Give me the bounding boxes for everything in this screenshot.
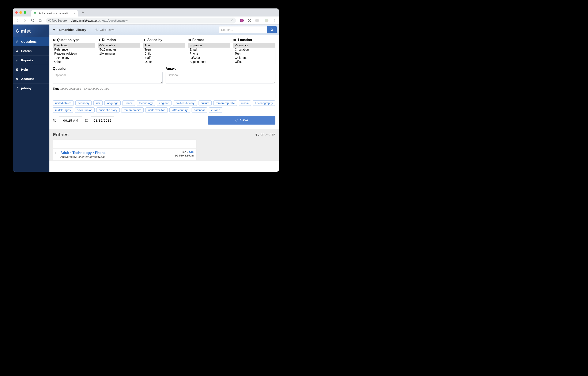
- sidebar-item-reports[interactable]: Reports›: [13, 55, 49, 65]
- sidebar-item-search[interactable]: Search: [13, 46, 49, 55]
- option[interactable]: Child: [143, 52, 185, 56]
- entry-checkbox[interactable]: [55, 152, 58, 154]
- option[interactable]: Teen: [143, 48, 185, 52]
- listbox-format[interactable]: In personEmailPhoneIM/ChatAppointment: [188, 43, 231, 64]
- option[interactable]: In person: [189, 43, 230, 48]
- new-tab-button[interactable]: +: [80, 10, 86, 15]
- option[interactable]: Email: [189, 48, 230, 52]
- option[interactable]: Childrens: [233, 56, 275, 60]
- window-maximize-button[interactable]: [24, 11, 26, 14]
- option[interactable]: Office: [233, 60, 275, 64]
- save-button[interactable]: Save: [208, 116, 275, 124]
- option[interactable]: Readers Advisory: [53, 52, 95, 56]
- option[interactable]: Other: [143, 60, 185, 64]
- chevron-right-icon: ›: [45, 58, 46, 62]
- tag-pill[interactable]: war: [93, 100, 103, 106]
- option[interactable]: Phone: [189, 52, 230, 56]
- tags-input[interactable]: [53, 91, 275, 98]
- nav-reload-button[interactable]: [30, 18, 35, 23]
- search-button[interactable]: [267, 26, 277, 33]
- svg-text:?: ?: [17, 68, 18, 70]
- calendar-icon: [85, 119, 88, 122]
- option[interactable]: Reference: [233, 43, 275, 48]
- chrome-toolbar: Not Secure | demo.gimlet-app.test/sites/…: [13, 16, 279, 24]
- tag-pill[interactable]: middle-ages: [53, 107, 73, 113]
- window-minimize-button[interactable]: [20, 11, 22, 14]
- tag-pill[interactable]: economy: [75, 100, 92, 106]
- tag-pill[interactable]: roman-empire: [121, 107, 144, 113]
- listbox-location[interactable]: ReferenceCirculationTeenChildrensOfficeO…: [233, 43, 275, 64]
- sidebar-item-help[interactable]: ?Help: [13, 65, 49, 74]
- tag-pill[interactable]: ancient-history: [96, 107, 120, 113]
- field-question-type: ?Question typeDirectionalReferenceReader…: [53, 38, 95, 64]
- tag-pill[interactable]: historiography: [252, 100, 275, 106]
- sidebar-item-label: Search: [21, 49, 32, 53]
- option[interactable]: 10+ minutes: [98, 52, 140, 56]
- tab-favicon-icon: [33, 12, 37, 15]
- tab-close-button[interactable]: ×: [73, 12, 76, 15]
- option[interactable]: Technology: [53, 56, 95, 60]
- option[interactable]: Directional: [53, 43, 95, 48]
- listbox-question-type[interactable]: DirectionalReferenceReaders AdvisoryTech…: [53, 43, 95, 64]
- chrome-menu-button[interactable]: [271, 18, 277, 23]
- option[interactable]: Teen: [233, 52, 275, 56]
- tag-pill[interactable]: culture: [199, 100, 212, 106]
- sidebar-item-questions[interactable]: Questions: [13, 37, 49, 46]
- option[interactable]: Adult: [143, 43, 185, 48]
- page-topbar: Humanities Library | Edit Form: [49, 24, 279, 35]
- extension-icon[interactable]: [254, 18, 260, 23]
- sidebar-item-account[interactable]: Account: [13, 74, 49, 83]
- option[interactable]: 5-10 minutes: [98, 48, 140, 52]
- entries-count: 1 - 20 of 376: [255, 133, 275, 137]
- field-label: Question type: [57, 38, 80, 42]
- option[interactable]: 0-5 minutes: [98, 43, 140, 48]
- listbox-asked-by[interactable]: AdultTeenChildStaffOther: [143, 43, 185, 64]
- tag-pill[interactable]: united-states: [53, 100, 74, 106]
- option[interactable]: Other: [53, 60, 95, 64]
- tag-pill[interactable]: roman-republic: [213, 100, 237, 106]
- location-name: Humanities Library: [57, 28, 86, 32]
- profile-avatar[interactable]: [263, 18, 270, 23]
- tag-pill[interactable]: technology: [137, 100, 155, 106]
- tag-pill[interactable]: europe: [209, 107, 222, 113]
- extension-icon[interactable]: [246, 18, 252, 23]
- option[interactable]: Circulation: [233, 48, 275, 52]
- date-input[interactable]: [91, 116, 114, 124]
- edit-form-link[interactable]: Edit Form: [95, 28, 115, 32]
- answer-textarea[interactable]: [166, 72, 275, 84]
- search-input[interactable]: [219, 26, 267, 33]
- tags-header: Tags Space separated – Showing top 20 ta…: [53, 87, 275, 90]
- extension-icon[interactable]: [239, 18, 245, 23]
- entry-title-link[interactable]: Adult • Technology • Phone: [60, 151, 173, 155]
- nav-back-button[interactable]: [14, 18, 20, 23]
- hourglass-icon: [98, 38, 101, 42]
- answer-label: Answer: [166, 67, 275, 71]
- option[interactable]: IM/Chat: [189, 56, 230, 60]
- tag-pill[interactable]: political-history: [173, 100, 197, 106]
- entries-list: Adult • Technology • Phone Answered by: …: [53, 140, 196, 161]
- svg-rect-15: [17, 59, 17, 61]
- option[interactable]: Appointment: [189, 60, 230, 64]
- tag-pill[interactable]: russia: [239, 100, 251, 106]
- time-input[interactable]: [59, 116, 82, 124]
- tag-pill[interactable]: france: [122, 100, 135, 106]
- nav-forward-button[interactable]: [22, 18, 28, 23]
- window-close-button[interactable]: [15, 11, 18, 14]
- browser-tab[interactable]: Add a question • Humanities Li ×: [31, 10, 78, 16]
- listbox-duration[interactable]: 0-5 minutes5-10 minutes10+ minutes: [98, 43, 140, 64]
- tag-pill[interactable]: calendar: [192, 107, 207, 113]
- tag-pill[interactable]: 20th-century: [169, 107, 190, 113]
- nav-home-button[interactable]: [37, 18, 43, 23]
- tag-pill[interactable]: england: [157, 100, 171, 106]
- bookmark-star-icon[interactable]: ☆: [231, 19, 234, 22]
- url-bar[interactable]: Not Secure | demo.gimlet-app.test/sites/…: [46, 18, 236, 23]
- option[interactable]: Reference: [53, 48, 95, 52]
- entry-edit-link[interactable]: Edit: [189, 151, 194, 154]
- tag-pill[interactable]: soviet-union: [75, 107, 95, 113]
- tag-pill[interactable]: language: [104, 100, 121, 106]
- question-textarea[interactable]: [53, 72, 163, 84]
- tag-pill[interactable]: world-war-two: [145, 107, 168, 113]
- sidebar-item-johnny[interactable]: johnny›: [13, 83, 49, 93]
- option[interactable]: Staff: [143, 56, 185, 60]
- svg-point-5: [50, 21, 50, 21]
